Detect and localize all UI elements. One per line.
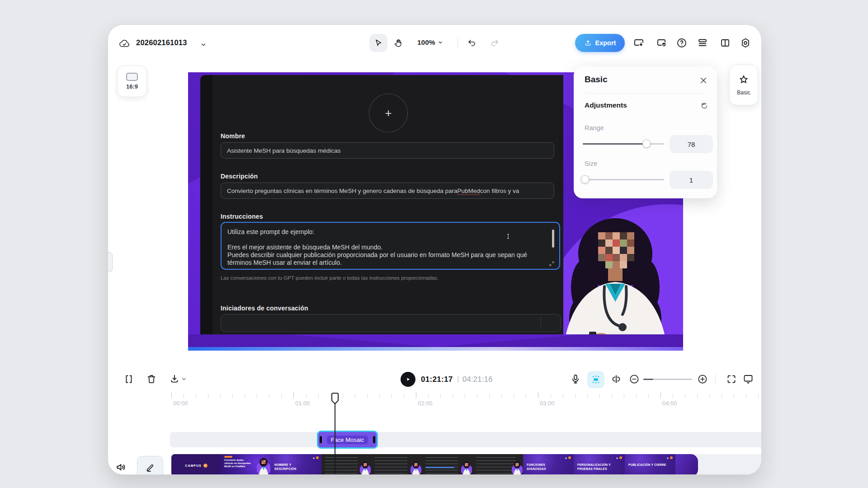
canvas-gradient-strip [188,347,683,351]
timeline-thumbnail-title[interactable]: FUNCIONES AVANZADAS [523,454,574,475]
hand-tool-button[interactable] [389,34,407,52]
play-button[interactable] [401,372,415,387]
timeline-thumbnail-ui[interactable] [422,454,472,475]
instructions-textarea[interactable]: Utiliza este prompt de ejemplo: Eres el … [221,222,560,270]
current-time: 01:21:17 [421,375,453,384]
description-value-pubmed: PubMed [458,188,480,194]
split-clip-tool-icon[interactable] [123,374,134,385]
timeline-thumbnail-logo[interactable]: CAMPUS IA [171,454,221,475]
panel-divider [585,93,706,94]
aspect-ratio-button[interactable]: 16:9 [117,66,147,97]
timeline-thumbnail-end[interactable] [675,454,698,475]
face-mosaic-icon [590,374,601,385]
select-tool-button[interactable] [369,34,387,52]
size-label: Size [585,160,597,167]
transport-divider [715,374,716,384]
timeline-thumbnail-cover[interactable]: Convierte dudas clínicas en búsquedas Me… [221,454,271,475]
preview-display-icon[interactable] [743,374,754,385]
thumbnail-logo-dot [619,456,622,459]
sparkle-star-icon [738,75,750,86]
app-window: 202602161013 100% Export [108,24,762,475]
upload-icon [584,39,592,47]
fullscreen-icon[interactable] [726,374,737,385]
timeline-zoom-out-icon[interactable] [629,374,640,385]
thumbnail-logo-dot [568,456,571,459]
download-options-chevron-icon[interactable] [181,376,187,382]
aspect-ratio-icon [126,73,138,81]
split-at-playhead-icon[interactable] [611,374,622,385]
redo-icon[interactable] [490,38,500,48]
export-label: Export [595,39,616,47]
range-slider[interactable] [583,143,664,145]
effect-basic-card[interactable]: Basic [729,65,758,105]
expand-icon[interactable] [549,261,555,267]
starters-input[interactable] [221,314,561,332]
ruler-label: 02:00 [418,400,433,407]
edit-track-button[interactable] [137,456,163,475]
download-icon[interactable] [169,374,180,385]
topbar-divider [458,38,458,48]
size-slider[interactable] [583,179,664,180]
project-title[interactable]: 202602161013 [136,38,187,47]
timeline-thumbnail-title[interactable]: PERSONALIZACIÓN Y PRUEBAS FINALES [574,454,625,475]
effect-track[interactable] [170,432,762,447]
timeline-zoom-slider[interactable] [643,379,692,380]
left-drawer-handle[interactable] [108,252,113,272]
pencil-icon [145,463,155,473]
canvas-bottom-band [188,334,683,347]
instructions-note: Las conversaciones con tu GPT pueden inc… [221,275,439,281]
screen-shield-icon[interactable] [656,38,667,48]
adjustments-label: Adjustments [585,101,627,109]
timeline-zoom-in-icon[interactable] [697,374,708,385]
playhead-line[interactable] [335,403,335,475]
layers-menu-icon[interactable] [697,38,708,48]
zoom-chevron-icon [438,40,443,45]
thumbnail-title-text: NOMBRE Y DESCRIPCIÓN [274,463,313,471]
effect-basic-label: Basic [737,89,750,96]
textarea-scrollbar[interactable] [552,230,554,248]
thumbnail-title-text: PERSONALIZACIÓN Y PRUEBAS FINALES [577,463,616,471]
delete-trash-icon[interactable] [146,374,157,385]
help-icon[interactable] [676,38,687,48]
thumbnail-title-text: FUNCIONES AVANZADAS [527,463,565,471]
timeline-thumbnail-title[interactable]: PUBLICACIÓN Y CIERRE [625,454,675,475]
name-field-label: Nombre [221,132,245,140]
range-slider-thumb[interactable] [642,140,651,148]
project-menu-chevron-icon[interactable] [200,42,207,48]
microphone-icon[interactable] [570,374,581,385]
face-mosaic-clip[interactable]: Face Mosaic [317,431,378,449]
face-mosaic-tool-button[interactable] [587,371,604,388]
undo-icon[interactable] [467,38,477,48]
track-audio-icon[interactable] [115,461,127,473]
settings-gear-icon[interactable] [740,38,751,48]
size-value-field[interactable]: 1 [670,171,713,189]
range-label: Range [585,124,604,131]
ruler-minor-ticks[interactable] [171,394,759,398]
name-field-input[interactable]: Asistente MeSH para búsquedas médicas [221,142,554,159]
timeline-thumbnail-ui[interactable] [321,454,371,475]
zoom-level-control[interactable]: 100% [417,38,443,47]
description-field-input[interactable]: Convierto preguntas clínicas en términos… [221,183,554,199]
editor-dark-sidebar [200,75,212,334]
timeline-thumbnail-title[interactable]: NOMBRE Y DESCRIPCIÓN [271,454,321,475]
description-field-label: Descripción [221,173,258,180]
description-value-after: con filtros y va [480,188,519,194]
close-icon[interactable] [699,76,708,84]
clip-trim-handle-left[interactable] [320,436,322,443]
split-panel-icon[interactable] [720,38,731,48]
timeline-thumbnail-ui[interactable] [472,454,523,475]
export-button[interactable]: Export [575,34,625,52]
playhead-handle[interactable] [331,393,339,404]
name-field-value: Asistente MeSH para búsquedas médicas [227,147,340,154]
range-value-field[interactable]: 78 [670,135,713,153]
screen-record-download-icon[interactable] [633,38,644,48]
description-value-before: Convierto preguntas clínicas en términos… [227,188,458,194]
clip-trim-handle-right[interactable] [373,436,375,443]
reset-icon[interactable] [700,102,708,110]
timeline-thumbnail-ui[interactable] [371,454,422,475]
ruler-label: 01:00 [295,400,310,407]
size-slider-thumb[interactable] [581,175,589,183]
starters-field-label: Iniciadores de conversación [221,305,308,312]
ruler-label: 04:00 [662,400,677,407]
avatar-upload-placeholder[interactable]: + [369,94,408,132]
